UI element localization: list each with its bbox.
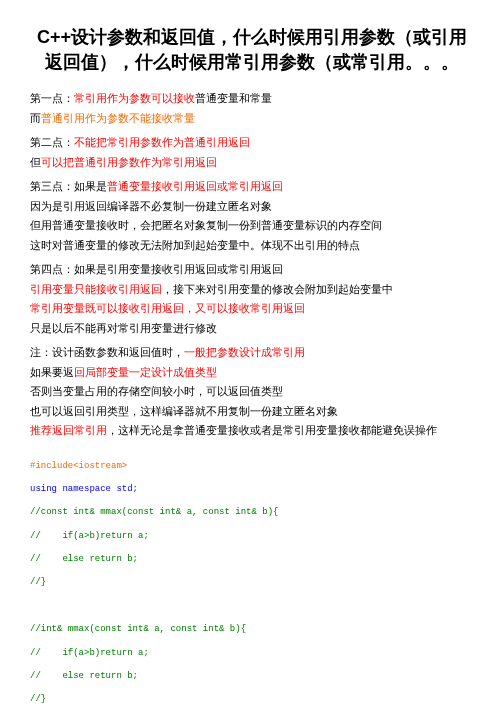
code-line: // if(a>b)return a; [30, 648, 474, 660]
code-line: //int& mmax(const int& a, const int& b){ [30, 624, 474, 636]
point3-line4: 这时对普通变量的修改无法附加到起始变量中。体现不出引用的特点 [30, 237, 474, 254]
note-line2: 如果要返回局部变量一定设计成值类型 [30, 364, 474, 381]
text: 而 [30, 112, 41, 124]
text: 第一点： [30, 92, 74, 104]
blank [30, 601, 474, 613]
text: ，接下来对引用变量的修改会附加到起始变量中 [162, 283, 393, 295]
text: 一般把参数设计成常引用 [184, 346, 305, 358]
text: 常引用作为参数可以接收 [74, 92, 195, 104]
code-line: //const int& mmax(const int& a, const in… [30, 507, 474, 519]
text: 回局部变量一定设计成值类型 [74, 366, 217, 378]
text: 常引用变量既可以接收引用返回，又可以接收常引用返回 [30, 302, 305, 314]
text: 第三点：如果是 [30, 180, 107, 192]
code-line: // else return b; [30, 554, 474, 566]
text: 第二点： [30, 136, 74, 148]
text: 不能把常引用参数作为普通引用返回 [74, 136, 250, 148]
text: 普通变量和常量 [195, 92, 272, 104]
text: 推荐返回常引用 [30, 424, 107, 436]
code-line: #include<iostream> [30, 461, 474, 473]
text: 引用变量只能接收引用返回 [30, 283, 162, 295]
code-line: using namespace std; [30, 484, 474, 496]
text: 可以把普通引用参数作为常引用返回 [41, 156, 217, 168]
point4-line2: 引用变量只能接收引用返回，接下来对引用变量的修改会附加到起始变量中 [30, 281, 474, 298]
code-line: // if(a>b)return a; [30, 531, 474, 543]
point3-line3: 但用普通变量接收时，会把匿名对象复制一份到普通变量标识的内存空间 [30, 217, 474, 234]
text: ，这样无论是拿普通变量接收或者是常引用变量接收都能避免误操作 [107, 424, 437, 436]
text: 普通变量接收引用返回或常引用返回 [107, 180, 283, 192]
point4-line4: 只是以后不能再对常引用变量进行修改 [30, 320, 474, 337]
page-title: C++设计参数和返回值，什么时候用引用参数（或引用返回值），什么时候用常引用参数… [30, 25, 474, 75]
code-line: // else return b; [30, 671, 474, 683]
code-line: //} [30, 694, 474, 706]
point3-line1: 第三点：如果是普通变量接收引用返回或常引用返回 [30, 178, 474, 195]
point4-line1: 第四点：如果是引用变量接收引用返回或常引用返回 [30, 261, 474, 278]
note-line5: 推荐返回常引用，这样无论是拿普通变量接收或者是常引用变量接收都能避免误操作 [30, 422, 474, 439]
text: 如果要返 [30, 366, 74, 378]
point1-line2: 而普通引用作为参数不能接收常量 [30, 110, 474, 127]
text: 但 [30, 156, 41, 168]
text: 注：设计函数参数和返回值时， [30, 346, 184, 358]
note-line4: 也可以返回引用类型，这样编译器就不用复制一份建立匿名对象 [30, 403, 474, 420]
point2-line1: 第二点：不能把常引用参数作为普通引用返回 [30, 134, 474, 151]
point4-line3: 常引用变量既可以接收引用返回，又可以接收常引用返回 [30, 300, 474, 317]
code-line: //} [30, 577, 474, 589]
point2-line2: 但可以把普通引用参数作为常引用返回 [30, 154, 474, 171]
note-line1: 注：设计函数参数和返回值时，一般把参数设计成常引用 [30, 344, 474, 361]
note-line3: 否则当变量占用的存储空间较小时，可以返回值类型 [30, 383, 474, 400]
text: 普通引用作为参数不能接收常量 [41, 112, 195, 124]
code-block: #include<iostream> using namespace std; … [30, 449, 474, 713]
point1-line1: 第一点：常引用作为参数可以接收普通变量和常量 [30, 90, 474, 107]
point3-line2: 因为是引用返回编译器不必复制一份建立匿名对象 [30, 198, 474, 215]
